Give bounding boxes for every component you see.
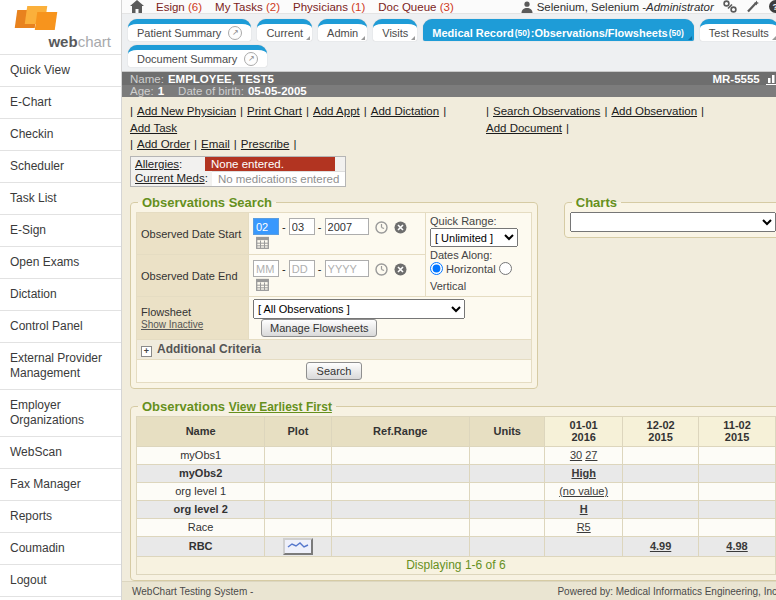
flowsheet-select[interactable]: [ All Observations ] bbox=[253, 299, 465, 319]
link-add-new-physician[interactable]: Add New Physician bbox=[137, 103, 236, 120]
chart-icon[interactable] bbox=[766, 72, 776, 85]
obs-value-link[interactable]: 4.98 bbox=[726, 540, 747, 552]
expand-icon[interactable]: + bbox=[141, 346, 152, 357]
page-footer: WebChart Testing System - Powered by: Me… bbox=[122, 581, 776, 600]
sidebar-item-open-exams[interactable]: Open Exams bbox=[0, 246, 121, 278]
colon: : bbox=[179, 158, 182, 170]
sidebar-item-scheduler[interactable]: Scheduler bbox=[0, 150, 121, 182]
clock-icon[interactable] bbox=[375, 221, 388, 234]
link-prescribe[interactable]: Prescribe bbox=[241, 136, 290, 153]
sidebar-item-quick-view[interactable]: Quick View bbox=[0, 54, 121, 86]
separator: | bbox=[130, 103, 133, 120]
quick-range-label: Quick Range: bbox=[430, 215, 527, 227]
link-search-observations[interactable]: Search Observations bbox=[493, 103, 600, 120]
observed-date-start-label: Observed Date Start bbox=[137, 213, 249, 255]
clock-icon[interactable] bbox=[375, 263, 388, 276]
charts-title: Charts bbox=[572, 195, 621, 210]
tab-patient-summary[interactable]: Patient Summary ↗ bbox=[128, 19, 251, 41]
additional-criteria-toggle[interactable]: +Additional Criteria bbox=[137, 340, 532, 360]
charts-select[interactable] bbox=[570, 212, 776, 232]
show-inactive-link[interactable]: Show Inactive bbox=[141, 319, 203, 330]
separator: | bbox=[604, 103, 607, 120]
sidebar-item-control-panel[interactable]: Control Panel bbox=[0, 310, 121, 342]
view-earliest-first-link[interactable]: View Earliest First bbox=[229, 400, 332, 414]
link-icon[interactable] bbox=[723, 0, 737, 13]
obs-value-link[interactable]: R5 bbox=[577, 521, 591, 533]
sidebar-item-fax-manager[interactable]: Fax Manager bbox=[0, 468, 121, 500]
horizontal-label: Horizontal bbox=[446, 263, 496, 275]
dates-along-horizontal-radio[interactable] bbox=[430, 262, 443, 275]
sidebar-pin-toggle[interactable] bbox=[0, 596, 121, 600]
link-add-observation[interactable]: Add Observation bbox=[611, 103, 697, 120]
start-month-input[interactable] bbox=[253, 218, 279, 235]
sidebar-item-reports[interactable]: Reports bbox=[0, 500, 121, 532]
sparkline-plot-button[interactable] bbox=[283, 538, 313, 555]
allergies-link[interactable]: Allergies bbox=[135, 158, 179, 170]
colon: : bbox=[205, 172, 208, 184]
user-menu[interactable]: Selenium, Selenium - Administrator bbox=[521, 1, 714, 13]
wand-icon[interactable] bbox=[746, 0, 760, 13]
manage-flowsheets-button[interactable]: Manage Flowsheets bbox=[261, 319, 377, 337]
start-day-input[interactable] bbox=[289, 218, 315, 235]
user-role: Administrator bbox=[646, 1, 714, 13]
link-add-task[interactable]: Add Task bbox=[130, 120, 177, 137]
clear-date-icon[interactable] bbox=[394, 263, 407, 276]
sidebar-item-employer-organizations[interactable]: Employer Organizations bbox=[0, 389, 121, 436]
link-add-document[interactable]: Add Document bbox=[486, 120, 562, 137]
calendar-icon[interactable] bbox=[256, 236, 269, 249]
sidebar: webchart Quick View E-Chart Checkin Sche… bbox=[0, 0, 122, 600]
sidebar-item-task-list[interactable]: Task List bbox=[0, 182, 121, 214]
tab-admin[interactable]: Admin bbox=[318, 19, 367, 41]
tab-label: Patient Summary bbox=[137, 27, 221, 39]
obs-value-link[interactable]: High bbox=[571, 467, 595, 479]
tab-document-summary[interactable]: Document Summary ↗ bbox=[128, 45, 267, 67]
popout-icon[interactable]: ↗ bbox=[244, 52, 258, 66]
sidebar-item-webscan[interactable]: WebScan bbox=[0, 436, 121, 468]
tab-visits[interactable]: Visits bbox=[373, 19, 417, 41]
clear-date-icon[interactable] bbox=[394, 221, 407, 234]
tab-medical-record-observations[interactable]: Medical Record (50) : Observations/Flows… bbox=[423, 19, 694, 41]
patient-demographics-bar: Age: 1 Date of birth: 05-05-2005 bbox=[122, 85, 776, 97]
link-add-order[interactable]: Add Order bbox=[137, 136, 190, 153]
observations-header-row: Name Plot Ref.Range Units 01-012016 12-0… bbox=[137, 416, 776, 446]
sidebar-item-coumadin[interactable]: Coumadin bbox=[0, 532, 121, 564]
home-icon[interactable] bbox=[130, 0, 144, 13]
link-print-chart[interactable]: Print Chart bbox=[247, 103, 302, 120]
date-dash: - bbox=[318, 263, 322, 275]
obs-value-link[interactable]: 27 bbox=[585, 448, 597, 463]
search-button[interactable]: Search bbox=[306, 362, 363, 380]
link-email[interactable]: Email bbox=[201, 136, 230, 153]
sidebar-item-logout[interactable]: Logout bbox=[0, 564, 121, 596]
link-add-dictation[interactable]: Add Dictation bbox=[371, 103, 439, 120]
nav-my-tasks[interactable]: My Tasks (2) bbox=[215, 1, 280, 13]
obs-value-link[interactable]: (no value) bbox=[559, 485, 608, 497]
quick-range-select[interactable]: [ Unlimited ] bbox=[430, 228, 518, 247]
nav-physicians[interactable]: Physicians (1) bbox=[293, 1, 365, 13]
sidebar-item-checkin[interactable]: Checkin bbox=[0, 118, 121, 150]
tab-count: (50) bbox=[669, 28, 684, 38]
sidebar-item-dictation[interactable]: Dictation bbox=[0, 278, 121, 310]
start-year-input[interactable] bbox=[325, 218, 369, 235]
nav-esign[interactable]: Esign (6) bbox=[156, 1, 202, 13]
webchart-logo[interactable]: webchart bbox=[0, 0, 121, 54]
observation-row-race: Race R5 bbox=[137, 518, 776, 536]
dates-along-vertical-radio[interactable] bbox=[499, 262, 512, 275]
sidebar-item-external-provider-management[interactable]: External Provider Management bbox=[0, 342, 121, 389]
tab-current[interactable]: Current bbox=[257, 19, 312, 41]
obs-value-link[interactable]: 30 bbox=[570, 448, 582, 463]
nav-doc-queue[interactable]: Doc Queue (3) bbox=[378, 1, 453, 13]
end-day-input[interactable] bbox=[289, 260, 315, 277]
obs-value-link[interactable]: 4.99 bbox=[650, 540, 671, 552]
link-add-appt[interactable]: Add Appt bbox=[313, 103, 360, 120]
end-month-input[interactable] bbox=[253, 260, 279, 277]
observation-row-myobs2: myObs2 High bbox=[137, 464, 776, 482]
calendar-icon[interactable] bbox=[256, 278, 269, 291]
help-icon[interactable]: ? bbox=[769, 0, 776, 13]
tab-test-results[interactable]: Test Results bbox=[700, 19, 776, 41]
current-meds-link[interactable]: Current Meds bbox=[135, 172, 205, 184]
sidebar-item-e-chart[interactable]: E-Chart bbox=[0, 86, 121, 118]
popout-icon[interactable]: ↗ bbox=[228, 26, 242, 40]
end-year-input[interactable] bbox=[325, 260, 369, 277]
obs-value-link[interactable]: H bbox=[580, 503, 588, 515]
sidebar-item-e-sign[interactable]: E-Sign bbox=[0, 214, 121, 246]
